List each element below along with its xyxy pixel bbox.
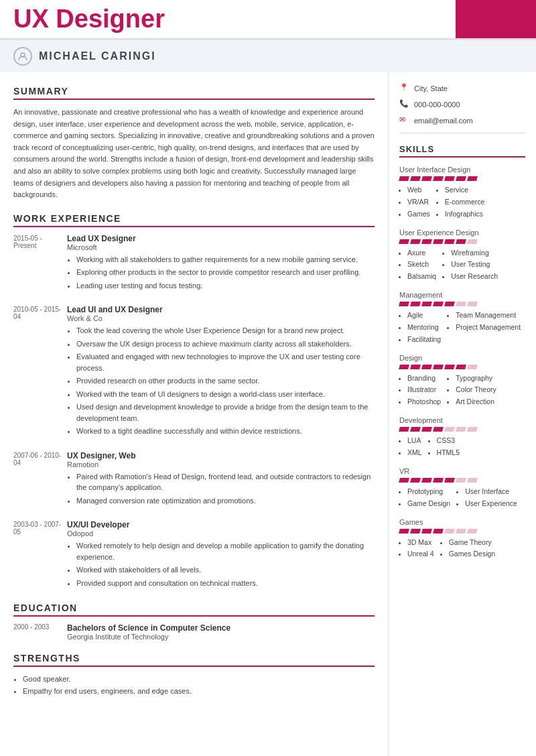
phone-icon: 📞 xyxy=(399,99,410,110)
skill-dot xyxy=(467,302,478,306)
skill-item: VR/AR xyxy=(407,196,430,208)
skill-dot xyxy=(467,176,478,181)
skill-cols: AxureSketchBalsamiqWireframingUser Testi… xyxy=(399,247,525,284)
work-dates: 2003-03 - 2007-05 xyxy=(13,520,67,590)
skill-col-2: Team ManagementProject Management xyxy=(448,310,521,346)
work-bullet: Exploring other products in the sector t… xyxy=(76,267,375,278)
edu-degree: Bachelors of Science in Computer Science xyxy=(67,623,375,633)
skill-cols: PrototypingGame DesignUser InterfaceUser… xyxy=(399,486,525,510)
skill-dot xyxy=(456,529,466,533)
skill-dot xyxy=(433,239,444,244)
skill-dot xyxy=(456,176,466,181)
work-bullet: Worked with the team of UI designers to … xyxy=(76,389,375,400)
work-company: Microsoft xyxy=(67,243,375,251)
skill-dot xyxy=(399,176,409,181)
edu-dates: 2000 - 2003 xyxy=(13,623,67,641)
work-bullet: Worked remotely to help design and devel… xyxy=(76,540,375,562)
skill-category: User Experience DesignAxureSketchBalsami… xyxy=(399,229,525,284)
name-bar: MICHAEL CARINGI xyxy=(0,40,536,72)
skill-dot xyxy=(399,239,409,244)
skill-cols: BrandingIllustratorPhotoshopTypographyCo… xyxy=(399,373,525,409)
work-dates: 2007-06 - 2010-04 xyxy=(13,451,67,509)
work-bullet: Provided research on other products in t… xyxy=(76,375,375,387)
summary-text: An innovative, passionate and creative p… xyxy=(13,107,375,201)
work-bullet: Paired with Ramotion's Head of Design, f… xyxy=(76,471,375,493)
work-bullet: Worked with stakeholders of all levels. xyxy=(76,564,375,576)
skill-dot xyxy=(410,302,421,306)
skill-item: Game Design xyxy=(407,498,450,510)
skill-item: Axure xyxy=(407,247,436,259)
skill-item: Typography xyxy=(456,373,496,385)
skill-dot xyxy=(467,365,478,369)
main-content: SUMMARY An innovative, passionate and cr… xyxy=(0,72,389,756)
skill-dot xyxy=(399,302,409,306)
skill-col-2: Game TheoryGames Design xyxy=(441,537,495,561)
skill-category: VRPrototypingGame DesignUser InterfaceUs… xyxy=(399,467,525,510)
skill-item: User Experience xyxy=(465,498,517,510)
skills-categories: User Interface DesignWebVR/ARGamesServic… xyxy=(399,166,525,560)
work-content: UX Designer, WebRamotionPaired with Ramo… xyxy=(67,451,375,509)
work-company: Odopod xyxy=(67,529,375,538)
skill-item: Balsamiq xyxy=(407,271,436,283)
work-dates: 2010-05 - 2015-04 xyxy=(13,305,67,439)
skill-dot xyxy=(456,427,466,432)
skill-dot xyxy=(433,365,444,369)
work-title: Lead UI and UX Designer xyxy=(67,305,375,314)
work-bullets: Took the lead covering the whole User Ex… xyxy=(67,325,375,437)
skill-dot xyxy=(467,239,478,244)
skill-item: Wireframing xyxy=(451,247,498,259)
skill-dot xyxy=(410,365,421,369)
work-title: Lead UX Designer xyxy=(67,234,375,243)
skill-item: HTML5 xyxy=(437,447,460,459)
strengths-list: Good speaker.Empathy for end users, engi… xyxy=(13,674,375,697)
skill-dot xyxy=(444,365,455,369)
skill-item: Photoshop xyxy=(407,396,441,408)
skill-item: Game Theory xyxy=(449,537,495,549)
edu-content: Bachelors of Science in Computer Science… xyxy=(67,623,375,641)
skill-item: Color Theory xyxy=(456,384,496,396)
skill-category-label: Games xyxy=(399,518,525,526)
skill-cols: LUAXMLCSS3HTML5 xyxy=(399,435,525,459)
skill-cols: 3D MaxUnreal 4Game TheoryGames Design xyxy=(399,537,525,561)
skill-item: Team Management xyxy=(456,310,521,322)
skill-dot xyxy=(410,478,421,483)
skill-col-2: User InterfaceUser Experience xyxy=(457,486,517,510)
skill-dots xyxy=(399,239,525,244)
skill-item: User Interface xyxy=(465,486,517,498)
strengths-heading: STRENGTHS xyxy=(13,653,375,667)
work-experience-heading: WORK EXPERIENCE xyxy=(13,213,375,227)
location-text: City, State xyxy=(414,84,448,92)
skill-dot xyxy=(421,239,432,244)
skill-dot xyxy=(410,427,421,432)
work-bullet: Took the lead covering the whole User Ex… xyxy=(76,325,375,336)
skill-dots xyxy=(399,427,525,432)
work-entry: 2010-05 - 2015-04Lead UI and UX Designer… xyxy=(13,305,375,439)
skill-dot xyxy=(410,176,421,181)
work-bullet: Evaluated and engaged with new technolog… xyxy=(76,351,375,373)
skill-col-2: WireframingUser TestingUser Research xyxy=(443,247,498,284)
skill-dot xyxy=(444,529,455,533)
edu-school: Georgia Institute of Technology xyxy=(67,633,375,641)
skill-dot xyxy=(399,365,409,369)
work-content: UX/UI DeveloperOdopodWorked remotely to … xyxy=(67,520,375,590)
skill-item: Games Design xyxy=(449,548,495,560)
avatar-icon xyxy=(13,47,32,66)
skill-category-label: VR xyxy=(399,467,525,475)
skill-dot xyxy=(467,478,478,483)
skill-category: User Interface DesignWebVR/ARGamesServic… xyxy=(399,166,525,220)
skill-item: Service xyxy=(445,184,485,196)
education-entries: 2000 - 2003Bachelors of Science in Compu… xyxy=(13,623,375,641)
skill-dot xyxy=(421,302,432,306)
skill-item: E-commerce xyxy=(445,196,485,208)
skill-col-1: BrandingIllustratorPhotoshop xyxy=(399,373,441,409)
skill-dot xyxy=(456,302,466,306)
skill-dot xyxy=(467,529,478,533)
skill-col-1: AxureSketchBalsamiq xyxy=(399,247,436,284)
skill-item: Games xyxy=(407,208,430,220)
skill-col-2: TypographyColor TheoryArt Direction xyxy=(448,373,496,409)
header: UX Designer xyxy=(0,0,536,40)
contact-phone: 📞 000-000-0000 xyxy=(399,99,525,110)
header-accent xyxy=(456,0,536,38)
education-heading: EDUCATION xyxy=(13,603,375,617)
skill-item: Art Direction xyxy=(456,396,496,408)
